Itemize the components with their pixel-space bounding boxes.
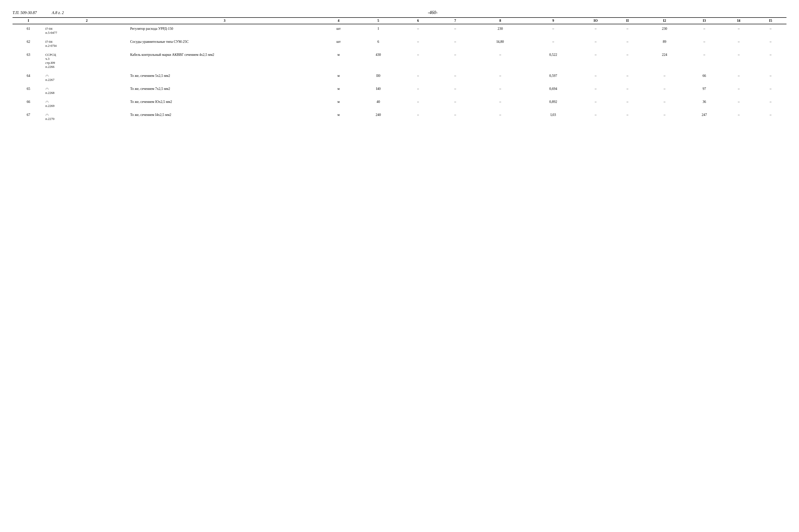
row-c15: – (755, 24, 786, 37)
row-c15: – (755, 37, 786, 50)
row-c15: – (755, 50, 786, 71)
row-c8: – (474, 50, 527, 71)
col-header-8: 8 (474, 18, 527, 24)
col-header-3: 3 (129, 18, 320, 24)
row-c10: – (580, 50, 612, 71)
row-unit: шт (320, 24, 357, 37)
row-c15: – (755, 110, 786, 124)
row-c8: – (474, 84, 527, 97)
row-c14: – (723, 50, 755, 71)
row-c11: – (612, 84, 643, 97)
row-desc: Регулятор расхода УРРД-150 (129, 24, 320, 37)
row-unit: м (320, 84, 357, 97)
row-c10: – (580, 37, 612, 50)
row-qty: 240 (357, 110, 399, 124)
row-desc: То же, сечением IOx2,5 мм2 (129, 97, 320, 110)
col-header-11: II (612, 18, 643, 24)
row-c14: – (723, 97, 755, 110)
row-id: 61 (13, 24, 44, 37)
row-qty: II0 (357, 71, 399, 84)
row-c7: – (437, 110, 474, 124)
row-c13: 97 (686, 84, 723, 97)
row-c14: – (723, 110, 755, 124)
row-id: 65 (13, 84, 44, 97)
row-c14: – (723, 71, 755, 84)
row-c15: – (755, 97, 786, 110)
row-c12: – (643, 110, 686, 124)
row-c12: – (643, 97, 686, 110)
doc-number: Т.П. 509-30.87 (13, 11, 37, 15)
table-header-row: I 2 3 4 5 6 7 8 9 IO II I2 I3 I4 I5 (13, 18, 786, 24)
row-ref: I7-04 п.2-07I4 (44, 37, 129, 50)
col-header-2: 2 (44, 18, 129, 24)
main-table-container: I 2 3 4 5 6 7 8 9 IO II I2 I3 I4 I5 61I7… (13, 17, 786, 124)
row-c7: – (437, 71, 474, 84)
row-id: 64 (13, 71, 44, 84)
row-c13: – (686, 37, 723, 50)
row-id: 62 (13, 37, 44, 50)
table-row: 67-"- п.2270То же, сечением I4x2,5 мм2м2… (13, 110, 786, 124)
row-ref: -"- п.2270 (44, 110, 129, 124)
row-ref: -"- п.2269 (44, 97, 129, 110)
row-c8: – (474, 97, 527, 110)
row-c13: 36 (686, 97, 723, 110)
row-c11: – (612, 37, 643, 50)
row-c14: – (723, 37, 755, 50)
row-desc: То же, сечением 5x2,5 мм2 (129, 71, 320, 84)
row-c10: – (580, 110, 612, 124)
row-c9: 0,892 (527, 97, 580, 110)
row-c12: 224 (643, 50, 686, 71)
col-header-6: 6 (399, 18, 436, 24)
row-c7: – (437, 24, 474, 37)
row-desc: Сосуды уравнительные типа СУМ-25С (129, 37, 320, 50)
section-label: А.8 z. 2 (52, 11, 64, 15)
row-ref: -"- п.2268 (44, 84, 129, 97)
table-row: 66-"- п.2269То же, сечением IOx2,5 мм2м4… (13, 97, 786, 110)
row-id: 63 (13, 50, 44, 71)
col-header-14: I4 (723, 18, 755, 24)
row-c9: 0,694 (527, 84, 580, 97)
row-c10: – (580, 71, 612, 84)
row-unit: шт (320, 37, 357, 50)
row-c10: – (580, 97, 612, 110)
row-c12: – (643, 71, 686, 84)
row-unit: м (320, 71, 357, 84)
table-row: 61I7-04 п.5-0477Регулятор расхода УРРД-1… (13, 24, 786, 37)
row-qty: I40 (357, 84, 399, 97)
row-c6: – (399, 24, 436, 37)
row-qty: 430 (357, 50, 399, 71)
row-desc: Кабель контрольный марки АКВВГ сечением … (129, 50, 320, 71)
row-c13: 247 (686, 110, 723, 124)
row-c8: 230 (474, 24, 527, 37)
col-header-13: I3 (686, 18, 723, 24)
page-number: -460- (428, 10, 437, 15)
row-c11: – (612, 50, 643, 71)
row-desc: То же, сечением 7x2,5 мм2 (129, 84, 320, 97)
col-header-9: 9 (527, 18, 580, 24)
row-c6: – (399, 71, 436, 84)
row-c11: – (612, 110, 643, 124)
row-c7: – (437, 37, 474, 50)
col-header-5: 5 (357, 18, 399, 24)
row-c15: – (755, 84, 786, 97)
col-header-4: 4 (320, 18, 357, 24)
row-c6: – (399, 37, 436, 50)
row-c7: – (437, 50, 474, 71)
row-ref: ССРСЦ ч.3 стр.I09 п.2266 (44, 50, 129, 71)
table-row: 65-"- п.2268То же, сечением 7x2,5 мм2мI4… (13, 84, 786, 97)
col-header-12: I2 (643, 18, 686, 24)
row-c14: – (723, 24, 755, 37)
row-c6: – (399, 50, 436, 71)
col-header-7: 7 (437, 18, 474, 24)
row-unit: м (320, 50, 357, 71)
row-c10: – (580, 24, 612, 37)
row-c14: – (723, 84, 755, 97)
row-c9: I,03 (527, 110, 580, 124)
page-header: Т.П. 509-30.87 А.8 z. 2 -460- (13, 10, 786, 15)
row-c9: – (527, 37, 580, 50)
row-qty: I (357, 24, 399, 37)
row-c11: – (612, 97, 643, 110)
table-row: 63ССРСЦ ч.3 стр.I09 п.2266Кабель контрол… (13, 50, 786, 71)
row-c8: I4,80 (474, 37, 527, 50)
row-ref: I7-04 п.5-0477 (44, 24, 129, 37)
